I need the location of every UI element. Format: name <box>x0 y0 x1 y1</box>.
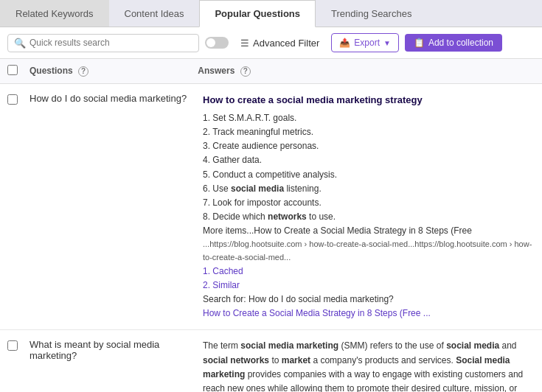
row1-answer-title: How to create a social media marketing s… <box>203 93 535 108</box>
table-row: How do I do social media marketing? How … <box>0 84 542 330</box>
row2-checkbox[interactable] <box>7 340 18 351</box>
toggle-wrap <box>205 37 229 49</box>
tab-trending-searches[interactable]: Trending Searches <box>316 0 427 27</box>
filter-icon: ☰ <box>240 38 249 49</box>
col-answers-header: Answers ? <box>198 66 535 77</box>
export-icon: 📤 <box>339 38 350 48</box>
advanced-toggle[interactable] <box>205 37 229 49</box>
search-input[interactable] <box>29 38 192 48</box>
search-box: 🔍 <box>7 34 199 52</box>
row1-line2: 2. Track meaningful metrics. <box>203 125 535 139</box>
search-icon: 🔍 <box>14 38 26 49</box>
table-container: Questions ? Answers ? How do I do social… <box>0 59 542 392</box>
table-row: What is meant by social media marketing?… <box>0 330 542 392</box>
select-all-checkbox[interactable] <box>7 65 18 75</box>
tab-popular-questions[interactable]: Popular Questions <box>199 0 316 27</box>
row1-line7: 7. Look for impostor accounts. <box>203 196 535 210</box>
row1-line5: 5. Conduct a competitive analysis. <box>203 168 535 182</box>
tabs-bar: Related Keywords Content Ideas Popular Q… <box>0 0 542 27</box>
row2-body: The term social media marketing (SMM) re… <box>203 340 529 392</box>
row1-answer-link[interactable]: How to Create a Social Media Strategy in… <box>203 308 431 318</box>
row1-answer: How to create a social media marketing s… <box>203 93 535 321</box>
chevron-down-icon: ▼ <box>383 39 391 47</box>
export-button[interactable]: 📤 Export ▼ <box>331 33 399 52</box>
row1-line3: 3. Create audience personas. <box>203 139 535 153</box>
tab-related-keywords[interactable]: Related Keywords <box>0 0 109 27</box>
row1-line1: 1. Set S.M.A.R.T. goals. <box>203 111 535 125</box>
answers-help-icon[interactable]: ? <box>240 66 251 77</box>
row1-line8: 8. Decide which networks to use. <box>203 210 535 224</box>
col-questions-header: Questions ? <box>29 66 198 77</box>
row1-search-for: Search for: How do I do social media mar… <box>203 293 535 307</box>
export-label: Export <box>354 38 380 48</box>
row1-line4: 4. Gather data. <box>203 153 535 167</box>
add-collection-label: Add to collection <box>428 38 493 48</box>
advanced-filter-button[interactable]: ☰ Advanced Filter <box>234 35 325 52</box>
add-to-collection-button[interactable]: 📋 Add to collection <box>405 34 502 52</box>
tab-content-ideas[interactable]: Content Ideas <box>109 0 200 27</box>
questions-help-icon[interactable]: ? <box>78 66 88 77</box>
row2-answer: The term social media marketing (SMM) re… <box>203 339 535 392</box>
row1-similar[interactable]: 2. Similar <box>203 279 535 293</box>
row1-line6: 6. Use social media listening. <box>203 182 535 196</box>
row1-question: How do I do social media marketing? <box>29 93 203 104</box>
row1-checkbox-col <box>7 93 29 107</box>
row1-cached[interactable]: 1. Cached <box>203 265 535 279</box>
table-header: Questions ? Answers ? <box>0 59 542 84</box>
row2-checkbox-col <box>7 339 29 353</box>
header-checkbox-col <box>7 65 29 77</box>
row1-checkbox[interactable] <box>7 94 18 105</box>
advanced-filter-label: Advanced Filter <box>253 38 319 49</box>
toolbar: 🔍 ☰ Advanced Filter 📤 Export ▼ 📋 Add to … <box>0 27 542 59</box>
row2-question: What is meant by social media marketing? <box>29 339 203 361</box>
collection-icon: 📋 <box>414 38 425 48</box>
row1-more: More items...How to Create a Social Medi… <box>203 224 535 238</box>
row1-url: ...https://blog.hootsuite.com › how-to-c… <box>203 238 535 264</box>
